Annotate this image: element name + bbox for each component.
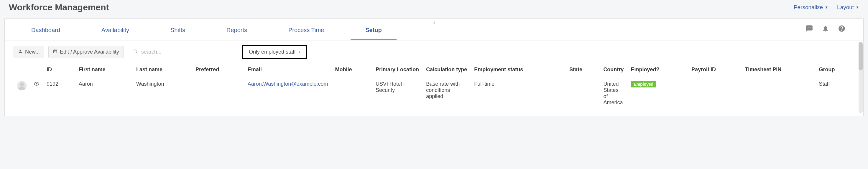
col-last-name[interactable]: Last name [133,64,192,77]
cell-first-name: Aaron [75,77,133,110]
search-icon [133,49,138,55]
search-wrap [133,49,230,55]
edit-approve-button[interactable]: Edit / Approve Availability [49,46,124,58]
new-label: New... [25,49,40,55]
bell-icon[interactable] [822,25,829,34]
help-icon[interactable] [838,25,846,34]
edit-approve-label: Edit / Approve Availability [60,49,119,55]
tabs: Dashboard Availability Shifts Reports Pr… [17,19,805,40]
avatar [17,81,27,90]
col-country[interactable]: Country [600,64,627,77]
col-emp-status[interactable]: Employment status [470,64,566,77]
chat-icon[interactable] [805,25,813,34]
cell-state [566,77,600,110]
staff-table: ID First name Last name Preferred Email … [13,64,855,110]
cell-preferred [192,77,244,110]
cell-emp-status: Full-time [470,77,566,110]
staff-table-wrap: ID First name Last name Preferred Email … [5,64,863,116]
cell-country: United States of America [600,77,627,110]
col-calc-type[interactable]: Calculation type [423,64,470,77]
col-payroll-id[interactable]: Payroll ID [688,64,742,77]
new-button[interactable]: New... [13,46,44,58]
cell-email[interactable]: Aaron.Washington@example.com [248,81,328,87]
col-group[interactable]: Group [815,64,855,77]
layout-menu[interactable]: Layout ▼ [837,4,859,10]
col-timesheet-pin[interactable]: Timesheet PIN [742,64,815,77]
toolbar: New... Edit / Approve Availability Only … [5,40,863,64]
vertical-scrollbar[interactable] [859,42,863,113]
tab-dashboard[interactable]: Dashboard [31,19,60,40]
col-first-name[interactable]: First name [75,64,133,77]
scrollbar-thumb[interactable] [859,42,863,70]
tabs-row: Dashboard Availability Shifts Reports Pr… [5,19,863,40]
tab-availability[interactable]: Availability [101,19,129,40]
calendar-icon [53,49,58,55]
tab-icon-group [805,25,851,34]
cell-primary-location: USVI Hotel - Security [372,77,423,110]
col-email[interactable]: Email [244,64,332,77]
cell-last-name: Washington [133,77,192,110]
chevron-down-icon: ▾ [299,50,300,54]
table-row[interactable]: 9192 Aaron Washington Aaron.Washington@e… [13,77,855,110]
staff-filter-select[interactable]: Only employed staff ▾ [242,45,307,59]
page-header: Workforce Management Personalize ▼ Layou… [0,0,868,18]
cell-id: 9192 [43,77,75,110]
cell-payroll-id [688,77,742,110]
cell-timesheet-pin [742,77,815,110]
visibility-icon[interactable] [34,83,39,88]
page-title: Workforce Management [9,2,109,12]
main-panel: ⠿ Dashboard Availability Shifts Reports … [4,18,864,116]
cell-group: Staff [815,77,855,110]
employed-badge: Employed [631,81,656,88]
personalize-label: Personalize [794,4,823,10]
col-employed[interactable]: Employed? [627,64,688,77]
user-icon [18,49,23,55]
tab-process-time[interactable]: Process Time [288,19,324,40]
col-id[interactable]: ID [43,64,75,77]
layout-label: Layout [837,4,854,10]
cell-calc-type: Base rate with conditions applied [423,77,470,110]
tab-shifts[interactable]: Shifts [170,19,185,40]
chevron-down-icon: ▼ [825,5,828,9]
table-header-row: ID First name Last name Preferred Email … [13,64,855,77]
header-actions: Personalize ▼ Layout ▼ [794,4,859,10]
col-mobile[interactable]: Mobile [332,64,372,77]
tab-setup[interactable]: Setup [365,19,382,40]
col-preferred[interactable]: Preferred [192,64,244,77]
personalize-menu[interactable]: Personalize ▼ [794,4,828,10]
filter-value: Only employed staff [249,49,296,55]
col-primary-location[interactable]: Primary Location [372,64,423,77]
col-state[interactable]: State [566,64,600,77]
cell-mobile [332,77,372,110]
search-input[interactable] [141,49,230,55]
chevron-down-icon: ▼ [856,5,859,9]
tab-reports[interactable]: Reports [226,19,247,40]
